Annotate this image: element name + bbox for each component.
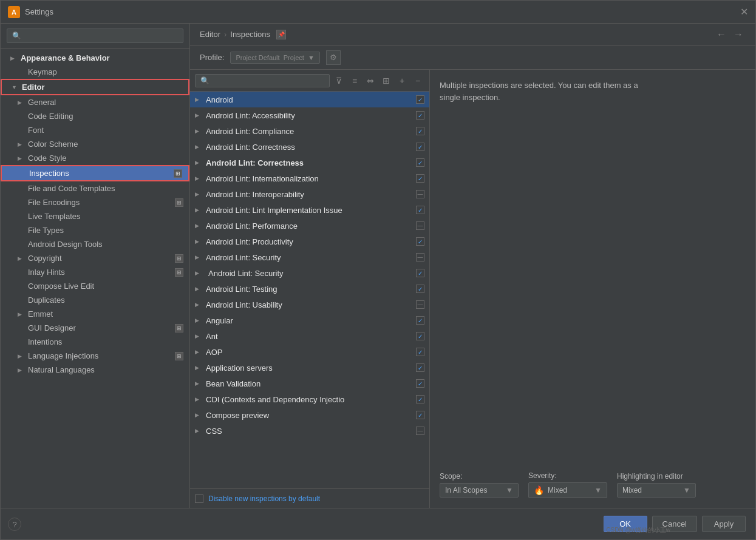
inspection-checkbox[interactable] (416, 269, 424, 277)
inspection-item-bean-validation[interactable]: ▶ Bean Validation (190, 376, 429, 391)
inspection-item-angular[interactable]: ▶ Angular (190, 312, 429, 328)
inspection-checkbox[interactable] (416, 221, 424, 230)
inspection-checkbox[interactable] (416, 348, 424, 356)
inspection-checkbox[interactable] (416, 127, 424, 135)
inspection-item-cdi[interactable]: ▶ CDI (Contexts and Dependency Injectio (190, 391, 429, 407)
inspection-checkbox[interactable] (416, 237, 424, 246)
pin-button[interactable]: 📌 (276, 30, 286, 39)
breadcrumb: Editor › Inspections 📌 ← → (190, 24, 755, 46)
inspection-item-android-lint-interop[interactable]: ▶ Android Lint: Interoperability (190, 186, 429, 202)
sidebar-item-code-editing[interactable]: Code Editing (1, 109, 189, 123)
inspection-label: Android (206, 95, 412, 104)
inspection-item-android-lint-testing[interactable]: ▶ Android Lint: Testing (190, 281, 429, 297)
sidebar-item-keymap[interactable]: Keymap (1, 65, 189, 79)
inspection-checkbox[interactable] (416, 190, 424, 198)
inspection-item-android-lint-perf[interactable]: ▶ Android Lint: Performance (190, 218, 429, 234)
inspection-item-css[interactable]: ▶ CSS (190, 423, 429, 439)
inspection-item-android-lint-impl[interactable]: ▶ Android Lint: Lint Implementation Issu… (190, 202, 429, 218)
help-button[interactable]: ? (8, 518, 21, 531)
inspection-item-android-lint-compliance[interactable]: ▶ Android Lint: Compliance (190, 123, 429, 139)
inspection-item-android-lint-correctness2[interactable]: ▶ Android Lint: Correctness (190, 155, 429, 170)
inspection-checkbox[interactable] (416, 395, 424, 403)
sidebar-item-file-code-templates[interactable]: File and Code Templates (1, 181, 189, 195)
sidebar-item-file-encodings[interactable]: File Encodings ⊞ (1, 195, 189, 209)
inspection-item-ant[interactable]: ▶ Ant (190, 328, 429, 344)
scope-dropdown[interactable]: In All Scopes ▼ (440, 483, 519, 498)
forward-button[interactable]: → (731, 29, 746, 40)
sidebar-item-code-style[interactable]: ▶ Code Style (1, 151, 189, 165)
add-button[interactable]: + (395, 74, 409, 87)
inspection-item-android[interactable]: ▶ Android (190, 92, 429, 107)
sidebar-item-file-types[interactable]: File Types (1, 223, 189, 237)
inspection-item-android-lint-accessibility[interactable]: ▶ Android Lint: Accessibility (190, 107, 429, 123)
inspection-item-aop[interactable]: ▶ AOP (190, 344, 429, 360)
inspection-checkbox[interactable] (416, 427, 424, 435)
sidebar-item-inlay-hints[interactable]: Inlay Hints ⊞ (1, 265, 189, 279)
close-button[interactable]: ✕ (740, 6, 748, 18)
profile-gear-button[interactable]: ⚙ (326, 50, 341, 65)
sidebar-item-copyright[interactable]: ▶ Copyright ⊞ (1, 251, 189, 265)
expand-icon: ▶ (195, 412, 202, 418)
expand-icon: ▶ (18, 141, 25, 147)
back-button[interactable]: ← (714, 29, 729, 40)
sidebar-item-general[interactable]: ▶ General (1, 95, 189, 109)
inspection-checkbox[interactable] (416, 111, 424, 120)
sidebar-item-label: Natural Languages (28, 365, 183, 374)
severity-dropdown[interactable]: 🔥 Mixed ▼ (528, 482, 607, 498)
sidebar-search-input[interactable] (7, 29, 183, 43)
sidebar-item-label: Color Scheme (28, 140, 183, 149)
inspection-checkbox[interactable] (416, 285, 424, 293)
inspection-checkbox[interactable] (416, 300, 424, 309)
sidebar-item-language-injections[interactable]: ▶ Language Injections ⊞ (1, 349, 189, 363)
inspection-checkbox[interactable] (416, 174, 424, 183)
scope-row: Scope: In All Scopes ▼ Severity: 🔥 Mixed (440, 471, 746, 498)
filter-button[interactable]: ⊽ (332, 74, 346, 87)
sidebar-item-gui-designer[interactable]: GUI Designer ⊞ (1, 321, 189, 335)
sidebar-item-label: Intentions (28, 337, 183, 346)
sidebar-item-natural-languages[interactable]: ▶ Natural Languages (1, 363, 189, 377)
sidebar-item-font[interactable]: Font (1, 123, 189, 137)
severity-value: Mixed (548, 486, 567, 494)
inspection-checkbox[interactable] (416, 363, 424, 372)
inspection-checkbox[interactable] (416, 158, 424, 167)
disable-checkbox[interactable] (195, 494, 203, 503)
inspection-checkbox[interactable] (416, 206, 424, 214)
highlighting-dropdown[interactable]: Mixed ▼ (617, 483, 696, 498)
sidebar-item-compose-live-edit[interactable]: Compose Live Edit (1, 279, 189, 293)
profile-dropdown[interactable]: Project Default Project ▼ (230, 52, 319, 64)
sidebar-item-appearance[interactable]: ▶ Appearance & Behavior (1, 51, 189, 65)
inspection-item-android-lint-correctness1[interactable]: ▶ Android Lint: Correctness (190, 139, 429, 155)
inspection-item-compose-preview[interactable]: ▶ Compose preview (190, 407, 429, 423)
sidebar-item-android-design-tools[interactable]: Android Design Tools (1, 237, 189, 251)
sidebar-item-editor[interactable]: ▼ Editor (1, 79, 189, 95)
inspection-item-android-lint-intl[interactable]: ▶ Android Lint: Internationalization (190, 170, 429, 186)
inspection-checkbox[interactable] (416, 95, 424, 104)
inspection-checkbox[interactable] (416, 411, 424, 419)
copy-button[interactable]: ⊞ (380, 74, 393, 87)
inspection-checkbox[interactable] (416, 379, 424, 388)
expand-all-button[interactable]: ≡ (348, 74, 361, 87)
inspection-item-android-lint-prod[interactable]: ▶ Android Lint: Productivity (190, 234, 429, 249)
inspection-item-android-lint-usability[interactable]: ▶ Android Lint: Usability (190, 297, 429, 312)
inspection-checkbox[interactable] (416, 253, 424, 262)
sidebar-item-inspections[interactable]: Inspections ⊞ (1, 165, 189, 181)
collapse-all-button[interactable]: ⇔ (364, 74, 377, 87)
window-title: Settings (25, 7, 740, 16)
sidebar-item-emmet[interactable]: ▶ Emmet (1, 307, 189, 321)
dropdown-arrow-icon: ▼ (308, 54, 315, 61)
inspection-item-android-lint-sec1[interactable]: ▶ Android Lint: Security (190, 249, 429, 265)
sidebar-item-live-templates[interactable]: Live Templates (1, 209, 189, 223)
inspections-search-input[interactable] (195, 74, 330, 87)
inspection-label: Compose preview (206, 411, 412, 420)
inspection-checkbox[interactable] (416, 332, 424, 340)
apply-button[interactable]: Apply (702, 516, 746, 532)
sidebar-item-duplicates[interactable]: Duplicates (1, 293, 189, 307)
sidebar-item-color-scheme[interactable]: ▶ Color Scheme (1, 137, 189, 151)
sidebar-item-intentions[interactable]: Intentions (1, 335, 189, 349)
remove-button[interactable]: − (411, 74, 424, 87)
inspection-item-android-lint-sec2[interactable]: ▶ Android Lint: Security (190, 265, 429, 281)
sidebar-item-label: File Encodings (28, 198, 172, 207)
inspection-item-app-servers[interactable]: ▶ Application servers (190, 360, 429, 376)
inspection-checkbox[interactable] (416, 316, 424, 325)
inspection-checkbox[interactable] (416, 143, 424, 151)
